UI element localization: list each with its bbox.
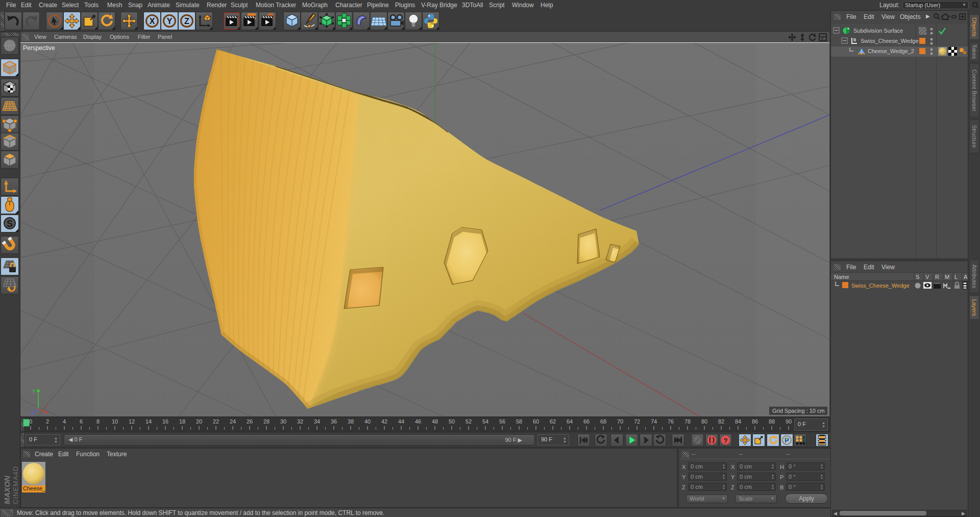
svg-text:20: 20 — [196, 418, 202, 425]
svg-text:X: X — [150, 17, 155, 26]
svg-text:62: 62 — [550, 418, 556, 425]
svg-text:54: 54 — [482, 418, 488, 425]
svg-text:46: 46 — [415, 418, 421, 425]
svg-text:16: 16 — [162, 418, 168, 425]
svg-text:Perspective: Perspective — [23, 44, 55, 52]
svg-text:Z: Z — [184, 17, 189, 26]
svg-text:32: 32 — [297, 418, 303, 425]
svg-text:64: 64 — [567, 418, 573, 425]
svg-text:76: 76 — [668, 418, 674, 425]
svg-text:X: X — [45, 404, 48, 409]
svg-text:12: 12 — [129, 418, 135, 425]
svg-text:52: 52 — [465, 418, 472, 425]
svg-text:78: 78 — [684, 418, 691, 425]
svg-text:60: 60 — [533, 418, 539, 425]
svg-text:Grid Spacing : 10 cm: Grid Spacing : 10 cm — [772, 408, 825, 414]
svg-text:36: 36 — [331, 418, 337, 425]
svg-text:82: 82 — [718, 418, 724, 425]
svg-text:68: 68 — [600, 418, 606, 425]
svg-text:72: 72 — [634, 418, 640, 425]
svg-text:66: 66 — [583, 418, 590, 425]
svg-text:?: ? — [724, 437, 728, 444]
svg-text:Y: Y — [167, 17, 173, 26]
svg-text:8: 8 — [96, 418, 100, 425]
svg-text:74: 74 — [651, 418, 657, 425]
svg-text:90: 90 — [786, 418, 792, 425]
svg-text:4: 4 — [63, 418, 66, 425]
svg-text:44: 44 — [398, 418, 404, 425]
svg-text:56: 56 — [499, 418, 505, 425]
svg-text:S: S — [7, 219, 13, 229]
svg-text:10: 10 — [112, 418, 118, 425]
svg-text:70: 70 — [617, 418, 623, 425]
svg-text:0: 0 — [29, 418, 32, 425]
svg-text:18: 18 — [179, 418, 185, 425]
svg-text:88: 88 — [769, 418, 775, 425]
svg-text:84: 84 — [735, 418, 741, 425]
svg-text:26: 26 — [247, 418, 253, 425]
svg-text:34: 34 — [314, 418, 320, 425]
svg-text:22: 22 — [213, 418, 219, 425]
svg-text:28: 28 — [263, 418, 270, 425]
svg-text:0: 0 — [853, 37, 856, 42]
svg-text:48: 48 — [432, 418, 438, 425]
svg-text:58: 58 — [516, 418, 522, 425]
svg-text:38: 38 — [348, 418, 354, 425]
svg-text:Y: Y — [32, 389, 36, 394]
svg-text:86: 86 — [752, 418, 758, 425]
svg-text:50: 50 — [449, 418, 455, 425]
svg-text:6: 6 — [80, 418, 83, 425]
svg-text:42: 42 — [381, 418, 387, 425]
svg-text:40: 40 — [364, 418, 371, 425]
svg-text:2: 2 — [46, 418, 49, 425]
svg-text:30: 30 — [280, 418, 286, 425]
svg-text:24: 24 — [230, 418, 236, 425]
svg-text:14: 14 — [145, 418, 152, 425]
svg-text:80: 80 — [701, 418, 707, 425]
